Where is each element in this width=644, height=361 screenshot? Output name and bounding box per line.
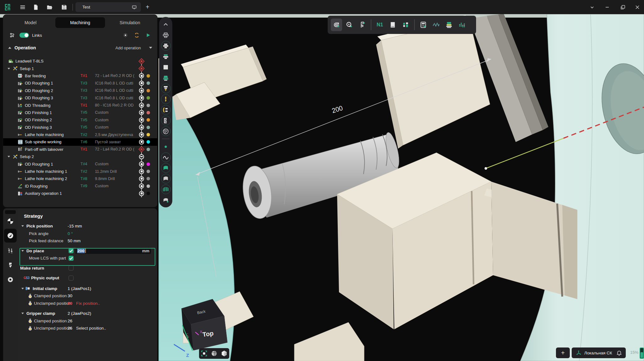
operation-row[interactable]: Auxiliary operation 1 <box>3 190 157 197</box>
operation-row[interactable]: Lathe hole machining 2T#89.8mm Drill <box>3 175 157 182</box>
strategy-row[interactable]: Do place200mm <box>18 247 157 255</box>
gear-icon[interactable] <box>121 31 130 39</box>
measure-tape-icon[interactable] <box>344 19 355 31</box>
workflow-marker[interactable] <box>138 168 145 175</box>
add-operation-chevron-icon[interactable] <box>149 47 152 49</box>
checkbox[interactable] <box>69 276 74 281</box>
operation-row[interactable]: Leadwell T-8LS <box>3 57 157 65</box>
workflow-marker[interactable] <box>138 57 145 65</box>
operation-row[interactable]: Part-off with takeoverT#172 - La4 Re0.2 … <box>3 146 157 153</box>
parameter-value[interactable]: 1 (JawPos1) <box>68 286 91 291</box>
drill-icon[interactable] <box>161 94 171 104</box>
workflow-marker[interactable] <box>138 109 145 116</box>
workflow-marker[interactable] <box>138 183 145 190</box>
surface-green-icon[interactable] <box>161 163 171 173</box>
workflow-marker[interactable] <box>138 190 145 197</box>
workflow-marker[interactable] <box>138 101 145 109</box>
workflow-marker[interactable] <box>138 116 145 123</box>
expander-chevron-icon[interactable] <box>21 313 24 314</box>
coordinate-system-selector[interactable]: Локальная СК <box>572 347 616 358</box>
workflow-marker[interactable] <box>138 94 145 101</box>
workflow-marker[interactable] <box>138 79 145 87</box>
strategy-row[interactable]: Unclamped position26Select position.. <box>18 325 157 332</box>
chuck-outline-icon[interactable] <box>161 30 171 40</box>
workflow-marker[interactable] <box>138 160 145 167</box>
tool-insert-icon[interactable] <box>161 84 171 93</box>
operation-row[interactable]: Bar feedingT#172 - La4 Re0.2 R OD ( <box>3 72 157 79</box>
operation-row[interactable]: ID RoughingT#9Custom <box>3 183 157 190</box>
workflow-marker[interactable] <box>138 175 145 182</box>
operation-row[interactable]: Setup 2 <box>3 153 157 160</box>
surface-gray-icon[interactable] <box>161 174 171 183</box>
strategy-row[interactable]: Clamped position30 <box>18 292 157 300</box>
operation-row[interactable]: OD Finishing 3T#5Custom <box>3 124 157 131</box>
add-cs-button[interactable]: + <box>556 347 570 358</box>
holder-washer-icon[interactable] <box>7 276 14 283</box>
magnet-snap-icon[interactable] <box>331 19 342 31</box>
operation-row[interactable]: OD Finishing 1T#5Custom <box>3 109 157 116</box>
value-input[interactable]: 200mm <box>75 248 151 254</box>
notifications-button[interactable] <box>613 347 626 358</box>
fixture-icon[interactable] <box>161 116 171 125</box>
workflow-marker[interactable] <box>138 87 145 94</box>
operation-row[interactable]: OD ThreadingT#180 - IC16 Re0.2 R OD <box>3 101 157 109</box>
workflow-marker[interactable] <box>138 72 145 79</box>
rail-grip-handle[interactable] <box>5 210 16 214</box>
workpiece-square-icon[interactable] <box>161 62 171 72</box>
waveform-icon[interactable] <box>430 19 442 31</box>
window-minimize-button[interactable] <box>602 3 612 12</box>
checkbox[interactable] <box>69 256 74 261</box>
main-spindle-icon[interactable] <box>161 41 171 51</box>
expander-chevron-icon[interactable] <box>21 288 24 289</box>
parameter-value[interactable]: 0 ° <box>68 231 73 236</box>
point-icon[interactable] <box>161 142 171 151</box>
play-icon[interactable] <box>144 31 152 39</box>
expander-chevron-icon[interactable] <box>8 68 10 69</box>
tab-machining[interactable]: Machining <box>55 17 105 28</box>
operation-row[interactable]: OD Roughing 1T#4Custom <box>3 160 157 167</box>
operation-row[interactable]: Lathe hole machining 1T#211.2mm Drill <box>3 168 157 175</box>
collapse-chevron-icon[interactable] <box>8 47 11 49</box>
parameter-value[interactable]: -15 mm <box>68 224 82 228</box>
sheet-icon[interactable] <box>387 19 398 31</box>
tab-model[interactable]: Model <box>6 17 55 28</box>
checkbox[interactable] <box>69 265 74 271</box>
add-operation-button[interactable]: Add operation <box>115 46 141 50</box>
workflow-marker[interactable] <box>138 131 145 138</box>
expander-chevron-icon[interactable] <box>8 156 10 157</box>
strategy-row[interactable]: Initial clamp1 (JawPos1) <box>18 285 157 293</box>
operation-row[interactable]: Lathe hole machiningT#22,5 мм Двухступен… <box>3 131 157 138</box>
strategy-row[interactable]: Clamped position26 <box>18 317 157 325</box>
operation-row[interactable]: OD Roughing 3T#3IC16 Re0.8 L OD cutti <box>3 94 157 101</box>
project-tab[interactable]: Test <box>75 2 141 12</box>
surface-dot-icon[interactable] <box>161 195 171 205</box>
operation-row[interactable]: Sub spindle workingT#6Пустой захват <box>3 138 157 145</box>
operation-row[interactable]: OD Finishing 2T#5Custom <box>3 116 157 123</box>
nc-program-icon[interactable]: N1 <box>374 19 386 31</box>
drill-tool-icon[interactable] <box>7 261 14 269</box>
workflow-marker[interactable] <box>138 146 145 153</box>
parameter-value[interactable]: 50 mm <box>68 238 80 243</box>
part-green-icon[interactable] <box>161 73 171 83</box>
gripper-icon[interactable] <box>161 105 171 115</box>
operation-row[interactable]: Setup 1 <box>3 65 157 72</box>
sphere-view-icon[interactable] <box>210 350 218 357</box>
curve-icon[interactable] <box>161 152 171 162</box>
links-toggle[interactable] <box>19 33 29 38</box>
mesh-icon[interactable] <box>161 184 171 194</box>
strategy-row[interactable]: Make return <box>18 265 157 272</box>
equalizer-icon[interactable] <box>456 19 468 31</box>
operation-row[interactable]: OD Roughing 2T#3IC16 Re0.8 L OD cutti <box>3 87 157 94</box>
parameter-value[interactable]: 26 <box>68 326 72 331</box>
checkbox[interactable] <box>69 248 74 253</box>
strategy-row[interactable]: Pick angle0 ° <box>18 230 157 238</box>
workpiece-half-icon[interactable] <box>7 217 14 225</box>
workflow-marker[interactable] <box>138 124 145 131</box>
fit-view-icon[interactable] <box>200 350 208 357</box>
new-file-button[interactable] <box>31 3 40 12</box>
strategy-row[interactable]: Pick feed distance50 mm <box>18 237 157 245</box>
parameter-value[interactable]: 26 <box>68 319 72 323</box>
tab-simulation[interactable]: Simulation <box>105 17 155 28</box>
strategy-row[interactable]: G53Physic output <box>18 274 157 282</box>
open-file-button[interactable] <box>45 3 54 12</box>
